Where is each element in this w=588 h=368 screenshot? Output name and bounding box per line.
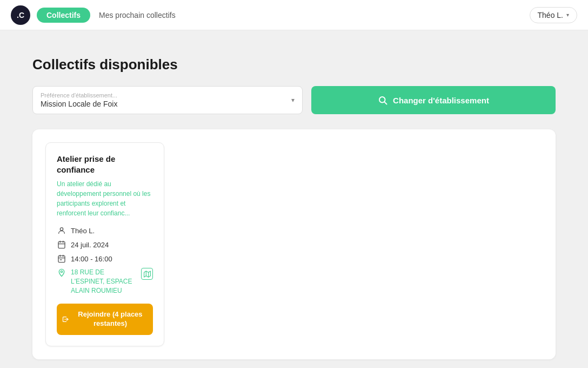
time-value: 14:00 - 16:00 bbox=[71, 255, 112, 263]
svg-point-2 bbox=[60, 228, 63, 231]
address-value: 18 RUE DE L'ESPINET, ESPACE ALAIN ROUMIE… bbox=[71, 268, 135, 295]
card-meta: Théo L. 24 juil. 2024 bbox=[57, 226, 153, 295]
card-title: Atelier prise de confiance bbox=[57, 154, 153, 175]
change-etablissement-button[interactable]: Changer d'établissement bbox=[311, 86, 556, 114]
mes-prochain-collectifs-link[interactable]: Mes prochain collectifs bbox=[99, 11, 176, 19]
join-icon bbox=[62, 315, 69, 324]
location-icon bbox=[57, 268, 66, 278]
host-name: Théo L. bbox=[71, 227, 95, 235]
etablissement-select[interactable]: Préférence d'établissement... Mission Lo… bbox=[32, 86, 303, 114]
cards-container: Atelier prise de confiance Un atelier dé… bbox=[32, 129, 556, 359]
collectifs-nav-button[interactable]: Collectifs bbox=[37, 8, 90, 23]
host-row: Théo L. bbox=[57, 226, 153, 235]
date-row: 24 juil. 2024 bbox=[57, 240, 153, 249]
map-link[interactable] bbox=[141, 268, 153, 280]
calendar-icon bbox=[57, 240, 66, 249]
person-icon bbox=[57, 226, 66, 235]
user-name: Théo L. bbox=[538, 11, 563, 19]
address-row: 18 RUE DE L'ESPINET, ESPACE ALAIN ROUMIE… bbox=[57, 268, 153, 295]
date-value: 24 juil. 2024 bbox=[71, 241, 109, 249]
cards-grid: Atelier prise de confiance Un atelier dé… bbox=[45, 142, 543, 346]
page-title: Collectifs disponibles bbox=[32, 56, 556, 73]
svg-marker-13 bbox=[144, 271, 150, 277]
join-label: Rejoindre (4 places restantes) bbox=[73, 310, 148, 328]
svg-line-1 bbox=[384, 102, 386, 104]
join-button[interactable]: Rejoindre (4 places restantes) bbox=[57, 304, 153, 335]
user-menu[interactable]: Théo L. ▾ bbox=[530, 7, 577, 23]
filter-row: Préférence d'établissement... Mission Lo… bbox=[32, 86, 556, 114]
chevron-down-icon: ▾ bbox=[566, 12, 569, 18]
svg-rect-3 bbox=[58, 242, 65, 248]
svg-point-12 bbox=[61, 271, 62, 272]
search-icon bbox=[378, 95, 387, 105]
select-value: Mission Locale de Foix bbox=[41, 100, 280, 108]
chevron-down-icon: ▾ bbox=[291, 96, 295, 104]
card-description: Un atelier dédié au développement person… bbox=[57, 179, 153, 218]
navbar: .C Collectifs Mes prochain collectifs Th… bbox=[0, 0, 588, 30]
main-content: Collectifs disponibles Préférence d'étab… bbox=[0, 30, 588, 368]
collectif-card: Atelier prise de confiance Un atelier dé… bbox=[45, 142, 164, 346]
clock-icon bbox=[57, 254, 66, 264]
svg-rect-7 bbox=[58, 256, 65, 262]
map-icon bbox=[144, 271, 151, 278]
logo: .C bbox=[11, 5, 30, 25]
time-row: 14:00 - 16:00 bbox=[57, 254, 153, 264]
select-label: Préférence d'établissement... bbox=[41, 92, 280, 98]
